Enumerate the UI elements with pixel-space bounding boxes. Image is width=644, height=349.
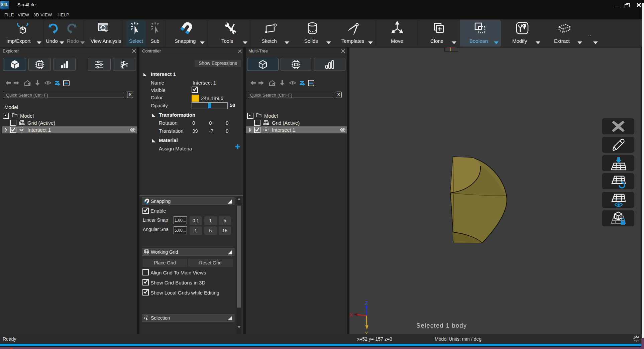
svg-text:Z: Z: [365, 300, 368, 306]
svg-text:X: X: [349, 312, 353, 318]
svg-text:Y: Y: [365, 330, 368, 334]
